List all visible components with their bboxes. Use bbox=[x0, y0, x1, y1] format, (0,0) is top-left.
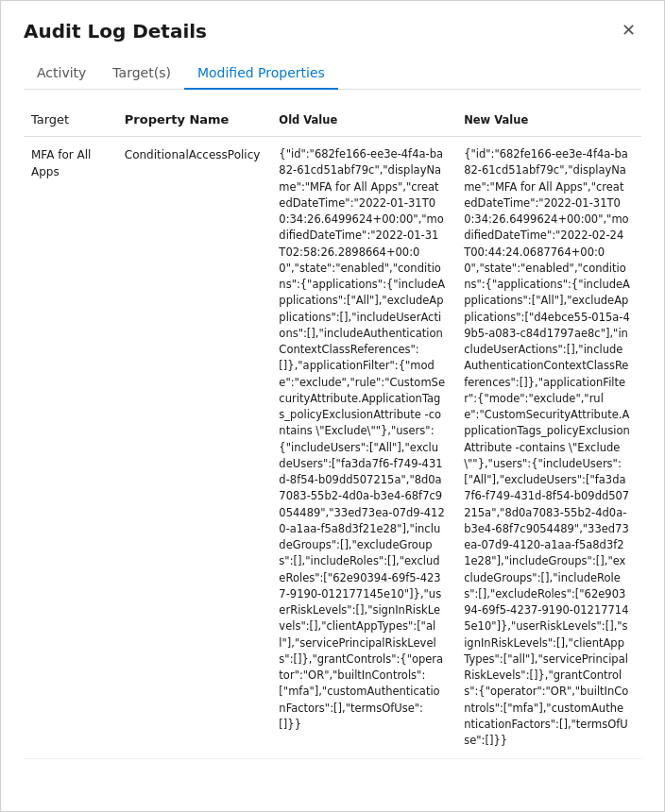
audit-log-dialog: Audit Log Details ✕ Activity Target(s) M… bbox=[0, 0, 665, 812]
col-header-property-name: Property Name bbox=[117, 105, 272, 137]
tab-bar: Activity Target(s) Modified Properties bbox=[24, 58, 641, 90]
cell-property-name: ConditionalAccessPolicy bbox=[117, 137, 272, 759]
dialog-header: Audit Log Details ✕ bbox=[24, 20, 641, 42]
properties-table: Target Property Name Old Value New Value… bbox=[24, 105, 641, 759]
table-row: MFA for All AppsConditionalAccessPolicy{… bbox=[24, 137, 641, 759]
tab-modified-properties[interactable]: Modified Properties bbox=[184, 58, 338, 90]
cell-target: MFA for All Apps bbox=[24, 137, 117, 759]
table-container: Target Property Name Old Value New Value… bbox=[24, 105, 641, 788]
col-header-target: Target bbox=[24, 105, 117, 137]
table-header-row: Target Property Name Old Value New Value bbox=[24, 105, 641, 137]
cell-old-value: {"id":"682fe166-ee3e-4f4a-ba82-61cd51abf… bbox=[271, 137, 456, 759]
col-header-new-value: New Value bbox=[456, 105, 641, 137]
tab-activity[interactable]: Activity bbox=[24, 58, 99, 90]
dialog-title: Audit Log Details bbox=[24, 20, 207, 42]
table-body: MFA for All AppsConditionalAccessPolicy{… bbox=[24, 137, 641, 759]
tab-targets[interactable]: Target(s) bbox=[99, 58, 184, 90]
col-header-old-value: Old Value bbox=[271, 105, 456, 137]
close-button[interactable]: ✕ bbox=[616, 20, 641, 41]
cell-new-value: {"id":"682fe166-ee3e-4f4a-ba82-61cd51abf… bbox=[456, 137, 641, 759]
